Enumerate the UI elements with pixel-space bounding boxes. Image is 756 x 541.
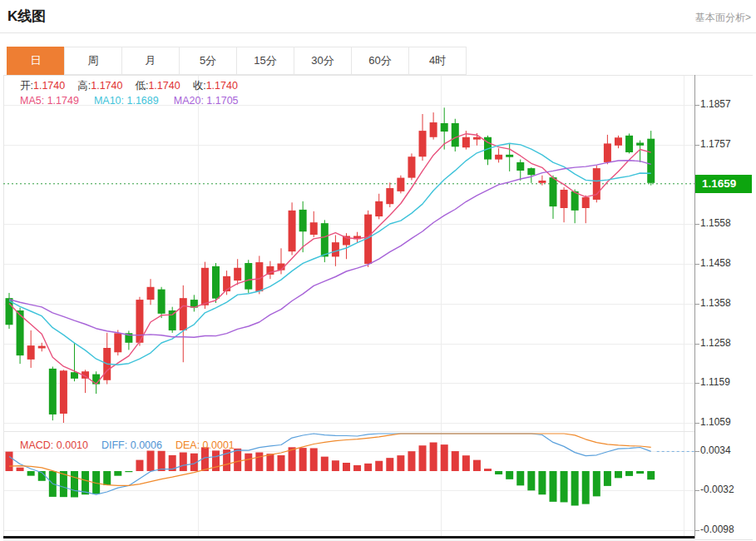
close-value: 1.1740 (206, 80, 238, 92)
price-axis-label: 1.1258 (700, 337, 731, 349)
tab-日[interactable]: 日 (7, 47, 65, 75)
macd-legend: MACD: 0.0010DIFF: 0.0006DEA: 0.0001 (20, 439, 235, 451)
macd-axis-label: -0.0032 (700, 484, 734, 495)
tab-月[interactable]: 月 (121, 47, 180, 75)
macd-item-dea: DEA: 0.0001 (175, 439, 235, 451)
macd-item-diff: DIFF: 0.0006 (101, 439, 162, 451)
ma-item-ma5: MA5: 1.1749 (20, 95, 79, 107)
close-label: 收: (193, 80, 206, 92)
price-axis-label: 1.1857 (700, 98, 731, 110)
price-axis-label: 1.1358 (700, 297, 731, 309)
open-label: 开: (20, 80, 33, 92)
tab-15分[interactable]: 15分 (236, 47, 294, 75)
ma-item-ma20: MA20: 1.1705 (174, 95, 239, 107)
price-axis-label: 1.1458 (700, 257, 731, 269)
page-title: K线图 (7, 7, 46, 26)
ma-item-ma10: MA10: 1.1689 (94, 95, 159, 107)
tab-30分[interactable]: 30分 (294, 47, 352, 75)
tab-周[interactable]: 周 (64, 47, 122, 75)
kline-widget: K线图 基本面分析> 日周月5分15分30分60分4时 开:1.1740 高:1… (0, 0, 756, 541)
high-value: 1.1740 (91, 80, 122, 92)
macd-axis-label: 0.0034 (700, 444, 731, 456)
current-price-tag: 1.1659 (695, 175, 752, 193)
price-axis-label: 1.1159 (700, 376, 730, 388)
tab-4时[interactable]: 4时 (408, 47, 467, 75)
widget-header: K线图 基本面分析> (0, 0, 756, 33)
macd-axis-label: -0.0098 (700, 524, 734, 535)
macd-item-macd: MACD: 0.0010 (20, 439, 88, 451)
ma-legend: MA5: 1.1749MA10: 1.1689MA20: 1.1705 (20, 95, 239, 107)
price-axis-label: 1.1059 (700, 416, 731, 428)
fundamental-analysis-link[interactable]: 基本面分析> (695, 11, 751, 25)
ohlc-legend: 开:1.1740 高:1.1740 低:1.1740 收:1.1740 (20, 79, 238, 93)
price-axis-label: 1.1757 (700, 138, 731, 150)
high-label: 高: (77, 80, 91, 92)
interval-tabbar: 日周月5分15分30分60分4时 (7, 47, 467, 75)
tab-5分[interactable]: 5分 (179, 47, 237, 75)
price-axis-label: 1.1558 (700, 217, 731, 229)
low-label: 低: (135, 80, 148, 92)
open-value: 1.1740 (33, 80, 65, 92)
low-value: 1.1740 (148, 80, 180, 92)
tab-60分[interactable]: 60分 (351, 47, 409, 75)
